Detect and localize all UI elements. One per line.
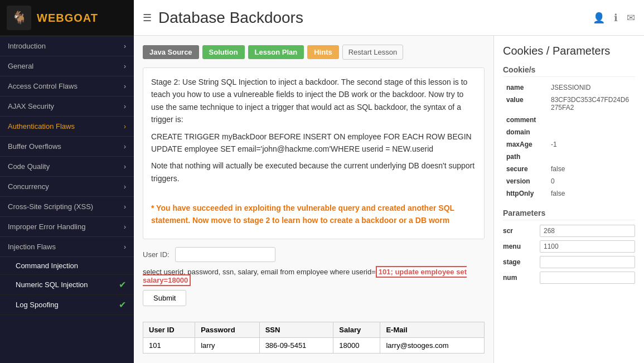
mail-icon[interactable]: ✉ — [627, 12, 635, 24]
info-icon[interactable]: ℹ — [614, 12, 618, 24]
sidebar-item-general[interactable]: General › — [0, 56, 134, 76]
param-row-scr: scr — [503, 225, 635, 237]
chevron-right-icon: › — [124, 83, 126, 90]
lesson-toolbar: Java Source Solution Lesson Plan Hints R… — [143, 45, 485, 60]
hints-button[interactable]: Hints — [307, 45, 339, 59]
stage-description: Stage 2: Use String SQL Injection to inj… — [151, 76, 476, 126]
check-icon: ✔ — [119, 279, 126, 290]
content-area: Java Source Solution Lesson Plan Hints R… — [134, 36, 644, 363]
java-source-button[interactable]: Java Source — [143, 45, 199, 59]
cell-email: larry@stooges.com — [380, 338, 485, 354]
sidebar-item-improper-error-handling[interactable]: Improper Error Handling › — [0, 217, 134, 237]
cell-userid: 101 — [143, 338, 195, 354]
sidebar-header: 🐐 WEBGOAT — [0, 0, 134, 36]
sidebar-subitem-command-injection[interactable]: Command Injection — [0, 257, 134, 275]
main: ☰ Database Backdoors 👤 ℹ ✉ Java Source S… — [134, 0, 644, 363]
sidebar-item-buffer-overflows[interactable]: Buffer Overflows › — [0, 137, 134, 157]
sidebar-item-authentication-flaws[interactable]: Authentication Flaws › — [0, 117, 134, 137]
cookies-title: Cookies / Parameters — [503, 45, 635, 57]
cookie-row-httponly: httpOnly false — [503, 187, 635, 200]
cell-salary: 18000 — [333, 338, 380, 354]
cookie-row-comment: comment — [503, 114, 635, 126]
col-password: Password — [195, 322, 259, 338]
cookie-row-version: version 0 — [503, 175, 635, 187]
menu-button[interactable]: ☰ — [143, 12, 152, 24]
cookie-row-maxage: maxAge -1 — [503, 138, 635, 151]
sql-display: select userid, password, ssn, salary, em… — [143, 268, 485, 284]
chevron-right-icon: › — [124, 62, 126, 70]
col-userid: User ID — [143, 322, 195, 338]
param-row-num: num — [503, 272, 635, 284]
param-row-menu: menu — [503, 240, 635, 253]
sidebar-item-code-quality[interactable]: Code Quality › — [0, 157, 134, 177]
cookie-row-name: name JSESSIONID — [503, 81, 635, 94]
params-section-title: Parameters — [503, 209, 635, 220]
cell-ssn: 386-09-5451 — [259, 338, 333, 354]
cookie-row-secure: secure false — [503, 163, 635, 175]
cookie-row-value: value 83CF3DC353C47FD24D6275FA2 — [503, 94, 635, 114]
col-ssn: SSN — [259, 322, 333, 338]
sidebar-item-access-control-flaws[interactable]: Access Control Flaws › — [0, 76, 134, 96]
chevron-right-icon: › — [124, 203, 126, 211]
chevron-right-icon: › — [124, 183, 126, 191]
col-email: E-Mail — [380, 322, 485, 338]
logo-text: WEBGOAT — [37, 12, 98, 25]
user-id-input[interactable] — [175, 247, 275, 262]
success-message: * You have succeeded in exploiting the v… — [151, 202, 476, 227]
note-text: Note that nothing will actually be execu… — [151, 159, 476, 185]
chevron-right-icon: › — [124, 143, 126, 151]
sidebar-item-concurrency[interactable]: Concurrency › — [0, 177, 134, 197]
lesson-plan-button[interactable]: Lesson Plan — [248, 45, 304, 59]
param-input-stage[interactable] — [540, 256, 635, 268]
chevron-right-icon: › — [124, 223, 126, 231]
sidebar-item-introduction[interactable]: Introduction › — [0, 36, 134, 56]
sidebar-item-cross-site-scripting[interactable]: Cross-Site Scripting (XSS) › — [0, 197, 134, 217]
sidebar-subitem-log-spoofing[interactable]: Log Spoofing ✔ — [0, 295, 134, 315]
chevron-right-icon: › — [124, 163, 126, 171]
chevron-right-icon: › — [124, 243, 126, 251]
cookie-section-title: Cookie/s — [503, 65, 635, 77]
user-id-label: User ID: — [143, 250, 170, 259]
cell-password: larry — [195, 338, 259, 354]
col-salary: Salary — [333, 322, 380, 338]
param-input-scr[interactable] — [540, 225, 635, 237]
cookie-panel: Cookies / Parameters Cookie/s name JSESS… — [493, 36, 644, 363]
topbar: ☰ Database Backdoors 👤 ℹ ✉ — [134, 0, 644, 36]
sidebar: 🐐 WEBGOAT Introduction › General › Acces… — [0, 0, 134, 363]
param-input-menu[interactable] — [540, 240, 635, 253]
user-icon[interactable]: 👤 — [593, 12, 605, 24]
cookie-row-path: path — [503, 151, 635, 163]
submit-row: Submit — [143, 290, 485, 314]
sidebar-subitem-numeric-sql-injection[interactable]: Numeric SQL Injection ✔ — [0, 275, 134, 295]
solution-button[interactable]: Solution — [202, 45, 245, 59]
chevron-right-icon: › — [124, 42, 126, 50]
submit-button[interactable]: Submit — [143, 290, 186, 306]
param-input-num[interactable] — [540, 272, 635, 284]
trigger-code: CREATE TRIGGER myBackDoor BEFORE INSERT … — [151, 130, 476, 156]
result-table: User ID Password SSN Salary E-Mail 101 l… — [143, 322, 485, 354]
lesson-panel: Java Source Solution Lesson Plan Hints R… — [134, 36, 493, 363]
page-title: Database Backdoors — [158, 9, 586, 27]
cookie-row-domain: domain — [503, 126, 635, 138]
sidebar-item-ajax-security[interactable]: AJAX Security › — [0, 96, 134, 117]
cookie-table: name JSESSIONID value 83CF3DC353C47FD24D… — [503, 81, 635, 200]
restart-lesson-button[interactable]: Restart Lesson — [342, 45, 403, 60]
logo-icon: 🐐 — [7, 6, 31, 30]
chevron-right-icon: › — [124, 103, 126, 110]
table-row: 101 larry 386-09-5451 18000 larry@stooge… — [143, 338, 485, 354]
lesson-text-block: Stage 2: Use String SQL Injection to inj… — [143, 67, 485, 239]
sidebar-item-injection-flaws[interactable]: Injection Flaws › — [0, 237, 134, 257]
topbar-icons: 👤 ℹ ✉ — [593, 12, 635, 24]
chevron-right-icon: › — [124, 123, 126, 130]
user-id-form-row: User ID: — [143, 247, 485, 262]
param-row-stage: stage — [503, 256, 635, 268]
check-icon: ✔ — [119, 299, 126, 310]
